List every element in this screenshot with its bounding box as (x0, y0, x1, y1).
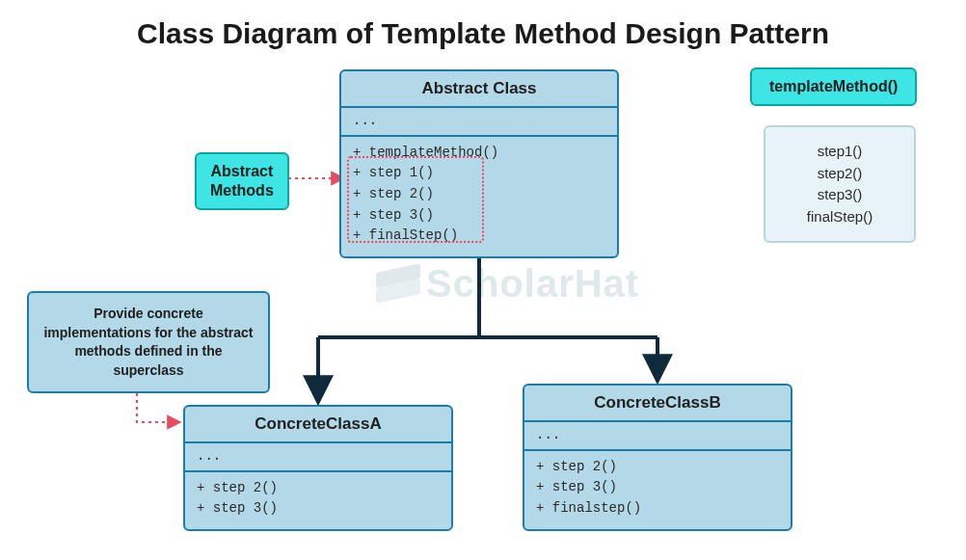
concrete-impl-text: Provide concrete implementations for the… (43, 306, 253, 378)
concrete-impl-callout: Provide concrete implementations for the… (27, 291, 270, 393)
concrete-class-a-name: ConcreteClassA (185, 407, 451, 443)
callout-line: Abstract (210, 163, 273, 179)
method-line: + templateMethod() (353, 143, 605, 164)
method-line: + step 3() (536, 477, 779, 498)
method-line: + step 2() (197, 478, 440, 499)
method-line: + step 2() (536, 457, 779, 478)
watermark: ScholarHat (376, 262, 639, 306)
method-line: + finalStep() (353, 226, 605, 247)
step-line: step2() (789, 163, 891, 185)
abstract-class-name: Abstract Class (341, 71, 617, 108)
concrete-class-b-box: ConcreteClassB ... + step 2() + step 3()… (523, 384, 792, 531)
method-line: + step 1() (353, 163, 605, 184)
concrete-class-b-methods: + step 2() + step 3() + finalstep() (524, 451, 791, 529)
concrete-class-b-attrs: ... (524, 422, 791, 451)
abstract-class-attrs: ... (341, 108, 617, 137)
scholarhat-logo-icon (376, 268, 420, 301)
template-steps-panel: step1() step2() step3() finalStep() (764, 125, 916, 243)
concrete-class-a-methods: + step 2() + step 3() (185, 472, 451, 529)
step-line: step3() (789, 184, 891, 206)
watermark-text: ScholarHat (426, 262, 639, 306)
abstract-methods-callout: Abstract Methods (195, 152, 289, 210)
method-line: + finalstep() (536, 498, 779, 520)
step-line: finalStep() (789, 206, 891, 228)
step-line: step1() (789, 141, 891, 163)
method-line: + step 2() (353, 184, 605, 205)
method-line: + step 3() (197, 498, 440, 520)
template-method-label: templateMethod() (750, 67, 917, 106)
abstract-class-methods: + templateMethod() + step 1() + step 2()… (341, 137, 617, 256)
method-line: + step 3() (353, 205, 605, 227)
diagram-title: Class Diagram of Template Method Design … (0, 17, 966, 50)
concrete-class-a-box: ConcreteClassA ... + step 2() + step 3() (183, 405, 453, 531)
callout-line: Methods (210, 182, 274, 199)
template-method-text: templateMethod() (769, 78, 898, 94)
concrete-class-a-attrs: ... (185, 443, 451, 472)
abstract-class-box: Abstract Class ... + templateMethod() + … (339, 69, 619, 258)
concrete-class-b-name: ConcreteClassB (524, 386, 791, 422)
